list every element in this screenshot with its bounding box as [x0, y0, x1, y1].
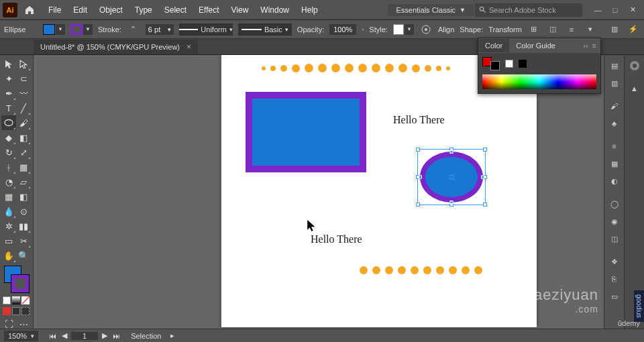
- workspace-switcher[interactable]: Essentials Classic ▼: [388, 4, 474, 16]
- panel-white-swatch[interactable]: [505, 60, 513, 68]
- draw-normal-icon[interactable]: [3, 307, 11, 315]
- stroke-panel-icon[interactable]: ≡: [606, 138, 623, 154]
- draw-behind-icon[interactable]: [12, 307, 20, 315]
- last-artboard-icon[interactable]: ⏭: [111, 332, 121, 340]
- rotate-tool[interactable]: ↻: [1, 145, 16, 160]
- stroke-color-box[interactable]: [11, 275, 29, 292]
- arrange-docs-icon[interactable]: ▥: [608, 23, 621, 36]
- artboard-navigator[interactable]: ⏮ ◀ 1 ▶ ⏭: [48, 331, 121, 340]
- column-graph-tool[interactable]: ▮▮: [16, 219, 31, 233]
- asset-export-panel-icon[interactable]: ⎘: [606, 271, 623, 287]
- transform-label[interactable]: Transform: [488, 25, 522, 34]
- free-transform-tool[interactable]: ▦: [16, 160, 31, 174]
- color-panel-tab-color[interactable]: Color: [478, 39, 509, 52]
- color-panel-icon[interactable]: [627, 58, 643, 74]
- panel-collapse-icon[interactable]: ››: [583, 42, 588, 50]
- panel-black-swatch[interactable]: [519, 60, 527, 68]
- brush-definition-dropdown[interactable]: Basic▾: [238, 23, 292, 36]
- scale-tool[interactable]: ⤢: [16, 145, 31, 160]
- chevron-right-icon[interactable]: ›: [362, 26, 364, 33]
- next-artboard-icon[interactable]: ▶: [101, 331, 109, 340]
- mesh-tool[interactable]: ▦: [1, 189, 16, 204]
- ellipse-tool[interactable]: [1, 115, 16, 130]
- color-mode-solid[interactable]: [3, 296, 11, 304]
- stroke-profile-dropdown[interactable]: Uniform▾: [179, 23, 233, 36]
- fill-swatch[interactable]: ▼: [43, 23, 65, 36]
- color-mode-none[interactable]: [21, 296, 30, 304]
- type-tool[interactable]: T: [1, 101, 16, 115]
- stroke-weight-link-icon[interactable]: ⌃: [127, 23, 140, 36]
- gradient-tool[interactable]: ◧: [16, 189, 31, 204]
- brushes-panel-icon[interactable]: 🖌: [606, 98, 623, 114]
- graphic-style-swatch[interactable]: ▼: [393, 23, 414, 36]
- selection-tool[interactable]: [1, 56, 16, 71]
- appearance-panel-icon[interactable]: ◉: [606, 213, 623, 229]
- pen-tool[interactable]: ✒: [1, 86, 16, 101]
- isolate-icon[interactable]: ⊞: [527, 23, 541, 36]
- window-minimize-button[interactable]: —: [589, 0, 606, 20]
- menu-help[interactable]: Help: [296, 5, 323, 15]
- blend-tool[interactable]: ⊙: [16, 204, 31, 219]
- menu-object[interactable]: Object: [94, 5, 128, 15]
- menu-effect[interactable]: Effect: [193, 5, 224, 15]
- stroke-weight-field[interactable]: 6 pt▾: [146, 24, 174, 35]
- recolor-icon[interactable]: [419, 23, 433, 36]
- symbols-panel-icon[interactable]: ♣: [606, 115, 623, 131]
- artboards-panel-icon[interactable]: ▭: [606, 288, 623, 304]
- window-maximize-button[interactable]: □: [606, 0, 624, 20]
- gpu-icon[interactable]: ⚡: [627, 23, 640, 36]
- menu-select[interactable]: Select: [159, 5, 192, 15]
- symbol-sprayer-tool[interactable]: ✲: [1, 219, 16, 233]
- artboard-number-field[interactable]: 1: [71, 332, 98, 340]
- prev-artboard-icon[interactable]: ◀: [60, 331, 68, 340]
- layers-panel-icon[interactable]: ❖: [606, 253, 623, 270]
- document-tab[interactable]: Untitled-8* @ 150% (CMYK/GPU Preview) ×: [34, 40, 198, 54]
- clip-icon[interactable]: ◫: [546, 23, 559, 36]
- draw-inside-icon[interactable]: [21, 307, 30, 315]
- stock-search-input[interactable]: Search Adobe Stock: [475, 3, 582, 17]
- graphic-styles-panel-icon[interactable]: ◫: [606, 231, 623, 247]
- color-spectrum-picker[interactable]: [482, 74, 596, 89]
- zoom-tool[interactable]: 🔍: [16, 248, 31, 263]
- hand-tool[interactable]: ✋: [1, 248, 16, 263]
- chevron-down-icon[interactable]: ▼: [83, 24, 93, 35]
- first-artboard-icon[interactable]: ⏮: [48, 332, 58, 340]
- shape-builder-tool[interactable]: ◔: [1, 174, 16, 189]
- home-icon[interactable]: [21, 2, 38, 18]
- shaper-tool[interactable]: ◆: [1, 130, 16, 145]
- align-label[interactable]: Align: [438, 25, 454, 34]
- color-guide-panel-icon[interactable]: ▲: [627, 80, 643, 97]
- direct-selection-tool[interactable]: [16, 56, 31, 71]
- zoom-level-field[interactable]: 150%▾: [4, 331, 38, 341]
- shape-label[interactable]: Shape:: [460, 25, 483, 34]
- menu-edit[interactable]: Edit: [68, 5, 93, 15]
- eyedropper-tool[interactable]: 💧: [1, 204, 16, 219]
- color-panel-tab-guide[interactable]: Color Guide: [509, 39, 562, 52]
- paintbrush-tool[interactable]: 🖌: [16, 115, 31, 130]
- swatches-panel-icon[interactable]: ▦: [606, 156, 623, 172]
- opacity-field[interactable]: 100%: [329, 24, 356, 35]
- menu-file[interactable]: File: [43, 5, 66, 15]
- gradient-panel-icon[interactable]: ◐: [606, 173, 623, 189]
- chevron-down-icon[interactable]: ▼: [56, 24, 65, 35]
- curvature-tool[interactable]: 〰: [16, 86, 31, 101]
- more-options-icon[interactable]: ▾: [584, 23, 597, 36]
- align-panel-icon[interactable]: ≡: [565, 23, 578, 36]
- menu-window[interactable]: Window: [255, 5, 294, 15]
- perspective-tool[interactable]: ▱: [16, 174, 31, 189]
- width-tool[interactable]: ⟊: [1, 160, 16, 174]
- panel-menu-icon[interactable]: ≡: [592, 42, 596, 50]
- properties-panel-icon[interactable]: ▤: [606, 58, 623, 74]
- line-tool[interactable]: ╱: [16, 101, 31, 115]
- stroke-swatch[interactable]: ▼: [70, 23, 93, 36]
- slice-tool[interactable]: ✂: [16, 233, 31, 248]
- artboard-tool[interactable]: ▭: [1, 233, 16, 248]
- menu-type[interactable]: Type: [129, 5, 158, 15]
- lasso-tool[interactable]: ⊂: [16, 71, 31, 86]
- window-close-button[interactable]: ✕: [624, 0, 641, 20]
- eraser-tool[interactable]: ◧: [16, 130, 31, 145]
- magic-wand-tool[interactable]: ✦: [1, 71, 16, 86]
- color-mode-gradient[interactable]: [12, 296, 20, 304]
- menu-view[interactable]: View: [226, 5, 254, 15]
- fill-stroke-indicator[interactable]: [3, 264, 30, 294]
